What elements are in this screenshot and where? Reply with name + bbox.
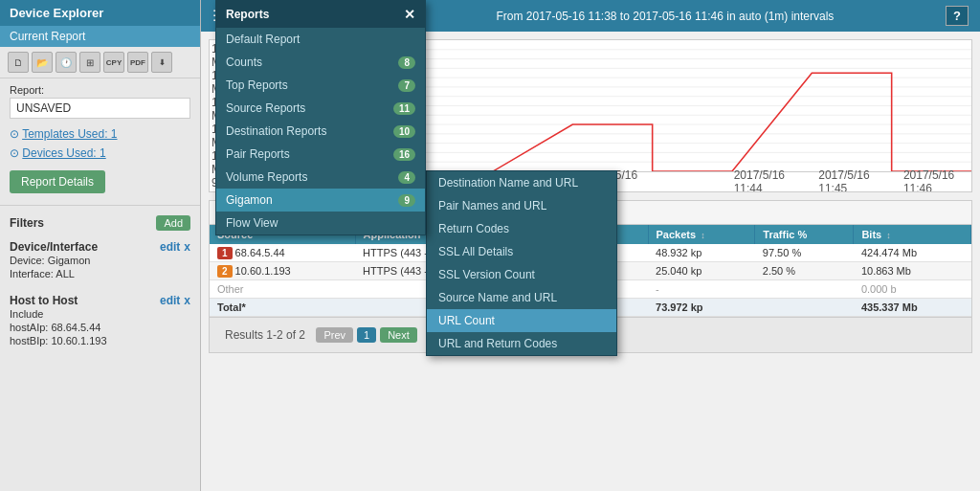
other-bits: 0.000 b (854, 280, 971, 299)
row1-source: 1 68.64.5.44 (210, 244, 355, 262)
filter-hosta: hostAIp: 68.64.5.44 (10, 321, 190, 334)
toolbar: 🗋 📂 🕐 ⊞ CPY PDF ⬇ (0, 47, 200, 78)
filter-edit-device[interactable]: edit (160, 240, 180, 254)
dropdown-panel[interactable]: Reports ✕ Default Report Counts 8 Top Re… (215, 0, 426, 235)
row2-bits: 10.863 Mb (854, 262, 971, 280)
report-label: Report: (0, 78, 200, 98)
main-content: ☰ Pair » Conversations App From 2017-05-… (201, 0, 980, 491)
row2-source: 2 10.60.1.193 (210, 262, 355, 280)
row1-num: 1 (217, 247, 233, 259)
row2-num: 2 (217, 265, 233, 278)
header-time: From 2017-05-16 11:38 to 2017-05-16 11:4… (496, 10, 834, 23)
export-button[interactable]: ⬇ (151, 52, 172, 73)
add-filter-button[interactable]: Add (156, 215, 190, 231)
dropdown-title: Reports (226, 8, 269, 21)
current-report-label: Current Report (0, 26, 200, 47)
filter-device-val1: Device: Gigamon (10, 254, 190, 267)
prev-button[interactable]: Prev (316, 327, 353, 343)
open-button[interactable]: 📂 (32, 52, 53, 73)
dropdown-volume-reports[interactable]: Volume Reports 4 (216, 166, 425, 189)
sidebar: Device Explorer Current Report 🗋 📂 🕐 ⊞ C… (0, 0, 201, 491)
submenu-url-count[interactable]: URL Count (427, 309, 616, 332)
dropdown-close-button[interactable]: ✕ (404, 7, 415, 22)
clock-button[interactable]: 🕐 (56, 52, 77, 73)
submenu-ssl-all-details[interactable]: SSL All Details (427, 240, 616, 263)
other-label: Other (210, 280, 355, 299)
sidebar-title: Device Explorer (0, 0, 200, 26)
dropdown-source-reports[interactable]: Source Reports 11 (216, 97, 425, 120)
submenu-ssl-version-count[interactable]: SSL Version Count (427, 263, 616, 286)
dropdown-destination-reports[interactable]: Destination Reports 10 (216, 120, 425, 143)
new-button[interactable]: 🗋 (8, 52, 29, 73)
filter-name-hostthost: Host to Host (10, 294, 78, 307)
submenu-return-codes[interactable]: Return Codes (427, 217, 616, 240)
col-traffic[interactable]: Traffic % (755, 225, 854, 244)
row1-packets: 48.932 kp (648, 244, 755, 262)
report-details-button[interactable]: Report Details (10, 170, 105, 193)
next-button[interactable]: Next (380, 327, 417, 343)
submenu-pair-names-url[interactable]: Pair Names and URL (427, 194, 616, 217)
filter-close-hostthost[interactable]: x (184, 294, 190, 307)
dropdown-flow-view[interactable]: Flow View (216, 212, 425, 234)
device-interface-filter: Device/Interface edit x Device: Gigamon … (0, 236, 200, 284)
page-number: 1 (357, 327, 376, 343)
copy-button[interactable]: CPY (103, 52, 124, 73)
submenu-source-name-url[interactable]: Source Name and URL (427, 286, 616, 309)
devices-used[interactable]: ⊙ Devices Used: 1 (0, 144, 200, 163)
row2-traffic: 2.50 % (755, 262, 854, 280)
filter-include-label: Include (10, 307, 190, 321)
dropdown-default-report[interactable]: Default Report (216, 28, 425, 51)
dropdown-gigamon[interactable]: Gigamon 9 (216, 189, 425, 212)
filter-device-val2: Interface: ALL (10, 267, 190, 280)
results-summary: Results 1-2 of 2 (225, 328, 305, 342)
submenu-dest-name-url[interactable]: Destination Name and URL (427, 171, 616, 194)
filters-label: Filters (10, 216, 44, 230)
help-button[interactable]: ? (946, 6, 969, 26)
filter-hostb: hostBIp: 10.60.1.193 (10, 334, 190, 347)
other-packets: - (648, 280, 755, 299)
submenu-url-return-codes[interactable]: URL and Return Codes (427, 332, 616, 355)
row1-bits: 424.474 Mb (854, 244, 971, 262)
dropdown-pair-reports[interactable]: Pair Reports 16 (216, 143, 425, 166)
host-to-host-filter: Host to Host edit x Include hostAIp: 68.… (0, 290, 200, 351)
dropdown-counts[interactable]: Counts 8 (216, 51, 425, 74)
total-bits: 435.337 Mb (854, 299, 971, 317)
filters-header: Filters Add (0, 210, 200, 236)
row2-packets: 25.040 kp (648, 262, 755, 280)
dropdown-header: Reports ✕ (216, 1, 425, 28)
grid-button[interactable]: ⊞ (79, 52, 100, 73)
dropdown-top-reports[interactable]: Top Reports 7 (216, 74, 425, 97)
row1-traffic: 97.50 % (755, 244, 854, 262)
report-value: UNSAVED (10, 98, 190, 119)
total-packets: 73.972 kp (648, 299, 755, 317)
filter-close-device[interactable]: x (184, 240, 190, 254)
col-bits[interactable]: Bits ↕ (854, 225, 971, 244)
filter-edit-hostthost[interactable]: edit (160, 294, 180, 307)
total-label: Total* (210, 299, 355, 317)
submenu-panel[interactable]: Destination Name and URL Pair Names and … (426, 170, 617, 356)
templates-used[interactable]: ⊙ Templates Used: 1 (0, 124, 200, 144)
filter-name-device: Device/Interface (10, 240, 98, 254)
pdf-button[interactable]: PDF (127, 52, 148, 73)
col-packets[interactable]: Packets ↕ (648, 225, 755, 244)
